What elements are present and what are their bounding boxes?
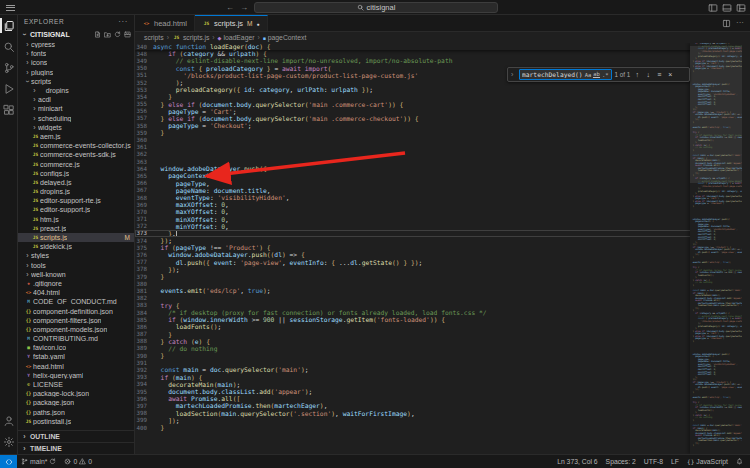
code-line[interactable]: 385 if (window.innerWidth >= 900 || sess…: [135, 316, 750, 323]
tree-folder-well-known[interactable]: ›well-known: [18, 270, 134, 279]
git-branch-status[interactable]: main*: [17, 455, 60, 468]
code-line[interactable]: 367 pageName: document.title,: [135, 187, 750, 194]
tree-file-CODE_OF_CONDUCT.md[interactable]: MCODE_OF_CONDUCT.md: [18, 297, 134, 306]
breadcrumb-pageContext[interactable]: ■pageContext: [263, 34, 307, 41]
minimap-slider[interactable]: [690, 46, 742, 183]
editor-more-actions-icon[interactable]: ···: [736, 19, 744, 27]
code-line[interactable]: 365 pageContext: {: [135, 172, 750, 179]
code-line[interactable]: 398 loadSection(main.querySelector('.sec…: [135, 410, 750, 417]
explorer-more-icon[interactable]: ···: [118, 18, 128, 26]
encoding[interactable]: UTF-8: [640, 458, 667, 465]
tree-file-LICENSE[interactable]: ©LICENSE: [18, 380, 134, 389]
tree-file-sidekick.js[interactable]: JSsidekick.js: [18, 242, 134, 251]
code-line[interactable]: 376 window.adobeDataLayer.push((dl) => {: [135, 251, 750, 258]
tree-file-preact.js[interactable]: JSpreact.js: [18, 224, 134, 233]
customize-layout-icon[interactable]: [736, 3, 746, 13]
cursor-position[interactable]: Ln 373, Col 6: [553, 458, 601, 465]
new-folder-icon[interactable]: [104, 31, 111, 38]
code-line[interactable]: 370 maxYOffset: 0,: [135, 208, 750, 215]
source-control-icon[interactable]: [0, 57, 17, 78]
tree-file-component-filters.json[interactable]: {}component-filters.json: [18, 316, 134, 325]
settings-icon[interactable]: [0, 431, 17, 452]
tab-scripts.js[interactable]: JSscripts.jsM●: [195, 15, 268, 31]
back-icon[interactable]: ←: [226, 4, 234, 12]
code-line[interactable]: 372 minYOffset: 0,: [135, 223, 750, 230]
tree-file-helix-query.yaml[interactable]: Yhelix-query.yaml: [18, 371, 134, 380]
code-line[interactable]: 387 }: [135, 331, 750, 338]
code-line[interactable]: 381 events.emit('eds/lcp', true);: [135, 287, 750, 294]
tree-folder-scripts[interactable]: ›scripts: [18, 77, 134, 86]
toggle-panel-icon[interactable]: [722, 3, 732, 13]
tree-file-head.html[interactable]: <>head.html: [18, 362, 134, 371]
problems-status[interactable]: 0 0: [60, 455, 96, 468]
tree-folder-plugins[interactable]: ›plugins: [18, 68, 134, 77]
code-line[interactable]: 359 }: [135, 129, 750, 136]
tree-folder-__dropins__[interactable]: ›__dropins__: [18, 86, 134, 95]
code-line[interactable]: 377 dl.push({ event: 'page-view', eventI…: [135, 259, 750, 266]
toggle-replace-icon[interactable]: ›: [511, 71, 516, 78]
code-line[interactable]: 389 // do nothing: [135, 345, 750, 352]
language-mode[interactable]: {} JavaScript: [683, 458, 732, 465]
tree-folder-minicart[interactable]: ›minicart: [18, 104, 134, 113]
remote-indicator[interactable]: [0, 455, 17, 468]
code-line[interactable]: 383 try {: [135, 302, 750, 309]
tree-file-paths.json[interactable]: {}paths.json: [18, 408, 134, 417]
dirty-indicator[interactable]: ●: [257, 21, 260, 27]
code-line[interactable]: 361: [135, 144, 750, 151]
code-line[interactable]: 348 if (category && urlpath) {: [135, 50, 750, 57]
tree-folder-styles[interactable]: ›styles: [18, 251, 134, 260]
code-line[interactable]: 396 await Promise.all([: [135, 395, 750, 402]
previous-match-icon[interactable]: ↑: [633, 71, 641, 78]
code-line[interactable]: 366 pageType,: [135, 180, 750, 187]
tab-head.html[interactable]: <>head.html: [135, 15, 195, 31]
code-line[interactable]: 397 martechLoadedPromise.then(martechEag…: [135, 402, 750, 409]
refresh-explorer-icon[interactable]: [114, 31, 121, 38]
close-find-icon[interactable]: ×: [666, 71, 674, 78]
accounts-icon[interactable]: [0, 410, 17, 431]
tree-file-favicon.ico[interactable]: ■favicon.ico: [18, 343, 134, 352]
extensions-icon[interactable]: [0, 99, 17, 120]
explorer-icon[interactable]: [0, 15, 17, 36]
code-line[interactable]: 382: [135, 295, 750, 302]
tree-file-package.json[interactable]: {}package.json: [18, 398, 134, 407]
code-line[interactable]: 356 pageType = 'Cart';: [135, 108, 750, 115]
toggle-sidebar-icon[interactable]: [708, 3, 718, 13]
code-line[interactable]: 400 }: [135, 424, 750, 431]
next-match-icon[interactable]: ↓: [644, 71, 652, 78]
code-line[interactable]: 395 document.body.classList.add('appear'…: [135, 388, 750, 395]
breadcrumb-loadEager[interactable]: ◆loadEager: [218, 34, 255, 41]
tree-file-fstab.yaml[interactable]: Yfstab.yaml: [18, 352, 134, 361]
tree-file-dropins.js[interactable]: JSdropins.js: [18, 187, 134, 196]
code-line[interactable]: 357 } else if (document.body.querySelect…: [135, 115, 750, 122]
eol[interactable]: LF: [667, 458, 683, 465]
find-input[interactable]: martechDelayed() Aa ab .*: [519, 69, 612, 80]
code-line[interactable]: 384 /* if desktop (proxy for fast connec…: [135, 309, 750, 316]
code-line[interactable]: 349 // eslint-disable-next-line import/n…: [135, 57, 750, 64]
collapse-folders-icon[interactable]: [124, 31, 131, 38]
overview-ruler[interactable]: [742, 43, 750, 454]
breadcrumb-scripts[interactable]: scripts: [144, 34, 164, 41]
code-editor[interactable]: 340async function loadEager(doc) { 348 i…: [135, 43, 750, 454]
code-line[interactable]: 378 });: [135, 266, 750, 273]
tree-folder-acdl[interactable]: ›acdl: [18, 95, 134, 104]
code-line[interactable]: 355 } else if (document.body.querySelect…: [135, 101, 750, 108]
code-line[interactable]: 371 minXOffset: 0,: [135, 216, 750, 223]
tree-file-editor-support.js[interactable]: JSeditor-support.js: [18, 205, 134, 214]
code-line[interactable]: 392 const main = doc.querySelector('main…: [135, 366, 750, 373]
code-line[interactable]: 375 if (pageType !== 'Product') {: [135, 244, 750, 251]
code-line[interactable]: 393 if (main) {: [135, 374, 750, 381]
code-line[interactable]: 360: [135, 136, 750, 143]
code-line[interactable]: 380: [135, 280, 750, 287]
tree-file-scripts.js[interactable]: JSscripts.jsM: [18, 233, 134, 242]
search-icon[interactable]: [0, 36, 17, 57]
code-line[interactable]: 373 },: [135, 230, 750, 237]
code-line[interactable]: 340async function loadEager(doc) {: [135, 43, 750, 50]
code-line[interactable]: 391: [135, 359, 750, 366]
code-line[interactable]: 399 ]);: [135, 417, 750, 424]
tree-file-editor-support-rte.js[interactable]: JSeditor-support-rte.js: [18, 196, 134, 205]
tree-file-commerce-events-sdk.js[interactable]: JScommerce-events-sdk.js: [18, 150, 134, 159]
tree-folder-scheduling[interactable]: ›scheduling: [18, 114, 134, 123]
timeline-section[interactable]: › TIMELINE: [18, 442, 134, 454]
project-root-folder[interactable]: › CITISIGNAL: [18, 28, 134, 40]
breadcrumb-scripts.js[interactable]: JSscripts.js: [172, 34, 209, 41]
